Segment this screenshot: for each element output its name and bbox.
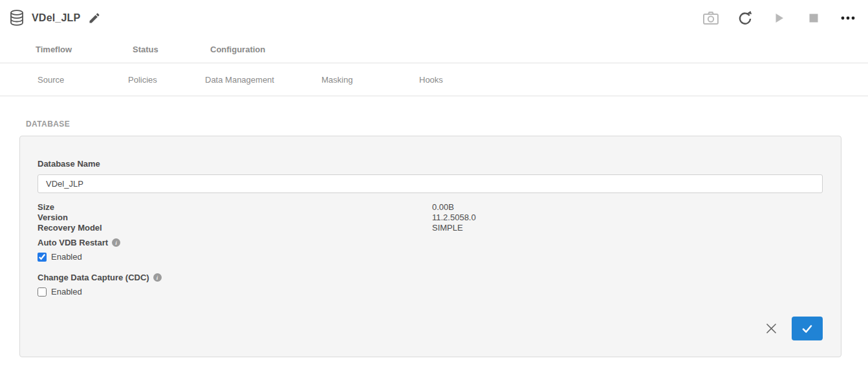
header-actions <box>702 10 856 26</box>
auto-vdb-restart-checkbox[interactable] <box>38 253 47 262</box>
app-header: VDel_JLP <box>0 0 868 36</box>
database-name-input[interactable] <box>38 174 823 193</box>
configuration-subtab-bar: Source Policies Data Management Masking … <box>0 63 868 96</box>
subtab-data-management[interactable]: Data Management <box>205 75 321 85</box>
recovery-model-label: Recovery Model <box>38 223 432 233</box>
database-details: Size 0.00B Version 11.2.5058.0 Recovery … <box>38 202 823 233</box>
detail-row-version: Version 11.2.5058.0 <box>38 213 823 223</box>
auto-vdb-restart-checkbox-label: Enabled <box>51 252 82 262</box>
cdc-checkbox[interactable] <box>38 287 47 297</box>
info-icon[interactable]: i <box>112 238 120 247</box>
more-options-ellipsis-icon[interactable] <box>840 10 856 26</box>
subtab-source[interactable]: Source <box>38 75 128 85</box>
database-name-label: Database Name <box>38 159 100 169</box>
refresh-icon[interactable] <box>737 10 754 26</box>
confirm-check-button[interactable] <box>792 317 823 340</box>
cancel-x-button[interactable] <box>765 322 778 335</box>
cdc-group: Change Data Capture (CDC) i Enabled <box>38 273 823 297</box>
auto-vdb-restart-label: Auto VDB Restart <box>38 238 108 247</box>
check-icon <box>801 322 814 335</box>
detail-row-size: Size 0.00B <box>38 202 823 213</box>
stop-icon[interactable] <box>805 10 822 26</box>
subtab-hooks[interactable]: Hooks <box>419 75 443 85</box>
tab-configuration[interactable]: Configuration <box>210 45 265 54</box>
page-title: VDel_JLP <box>32 12 80 24</box>
database-icon <box>9 9 26 27</box>
database-config-panel: Database Name Size 0.00B Version 11.2.50… <box>19 136 841 357</box>
snapshot-camera-icon[interactable] <box>702 10 719 26</box>
panel-footer <box>765 317 823 340</box>
size-label: Size <box>38 202 432 213</box>
info-icon[interactable]: i <box>153 273 162 282</box>
cdc-label: Change Data Capture (CDC) <box>38 273 149 282</box>
edit-title-icon[interactable] <box>88 12 101 25</box>
version-label: Version <box>38 213 432 223</box>
database-section-label: DATABASE <box>26 120 868 129</box>
auto-vdb-restart-group: Auto VDB Restart i Enabled <box>38 238 823 262</box>
tab-status[interactable]: Status <box>133 45 210 54</box>
subtab-policies[interactable]: Policies <box>128 75 205 85</box>
recovery-model-value: SIMPLE <box>432 223 463 233</box>
start-play-icon[interactable] <box>771 10 788 26</box>
primary-tab-bar: Timeflow Status Configuration <box>0 36 868 63</box>
tab-timeflow[interactable]: Timeflow <box>36 45 133 54</box>
divider <box>0 96 868 96</box>
version-value: 11.2.5058.0 <box>432 213 476 223</box>
size-value: 0.00B <box>432 202 454 213</box>
detail-row-recovery-model: Recovery Model SIMPLE <box>38 223 823 233</box>
cdc-checkbox-label: Enabled <box>51 287 82 297</box>
subtab-masking[interactable]: Masking <box>321 75 419 85</box>
